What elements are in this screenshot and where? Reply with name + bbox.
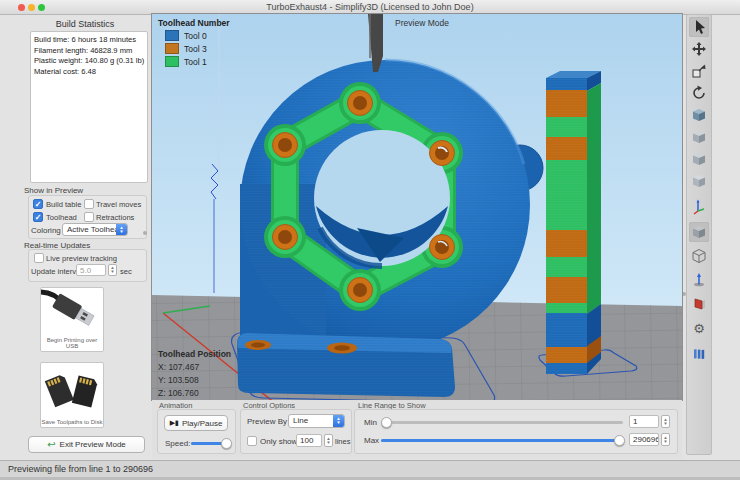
max-input[interactable]: 290696: [629, 433, 659, 446]
toolhead-position-readout: Toolhead Position X: 107.467 Y: 103.508 …: [158, 348, 231, 400]
animation-group: ▶▮ Play/Pause Speed:: [157, 409, 236, 454]
cube-view-icon: [691, 173, 707, 189]
show-in-preview-label: Show in Preview: [24, 186, 83, 195]
min-stepper[interactable]: ▲▼: [661, 415, 670, 428]
move-tool-button[interactable]: [689, 39, 709, 59]
solid-cube-icon: [691, 224, 707, 240]
travel-moves-checkbox[interactable]: ✓: [84, 199, 94, 209]
only-show-label: Only show: [260, 437, 297, 446]
exit-preview-mode-button[interactable]: ↩ Exit Preview Mode: [28, 436, 145, 453]
move-arrows-icon: [691, 41, 707, 57]
window-title: TurboExhaust4 - Simplify3D (Licensed to …: [0, 2, 740, 12]
only-show-checkbox[interactable]: ✓: [247, 436, 257, 446]
legend-item-tool0: Tool 0: [158, 30, 230, 41]
play-pause-label: Play/Pause: [182, 419, 222, 428]
rotate-tool-button[interactable]: [689, 83, 709, 103]
3d-viewport[interactable]: Toolhead Number Tool 0 Tool 3 Tool 1 Pre…: [152, 14, 682, 400]
dropdown-arrows-icon: ▲▼: [333, 415, 344, 427]
preview-by-label: Preview By: [247, 417, 287, 426]
retractions-label: Retractions: [96, 213, 134, 222]
stat-material-cost: Material cost: 6.48: [34, 67, 145, 78]
sd-cards-icon: [41, 363, 103, 415]
stat-build-time: Build time: 6 hours 18 minutes: [34, 35, 145, 46]
speed-slider[interactable]: [191, 437, 230, 449]
wireframe-view-button[interactable]: [689, 246, 709, 266]
toolhead-checkbox[interactable]: ✓: [33, 212, 43, 222]
machine-settings-button[interactable]: ⚙: [689, 319, 709, 339]
axes-icon: [691, 199, 707, 215]
3d-viewport-canvas[interactable]: [152, 14, 682, 400]
update-interval-label: Update interval: [31, 267, 82, 276]
cube-view-icon: [691, 107, 707, 123]
coloring-value: Active Toolhead: [67, 225, 123, 234]
preview-by-value: Line: [293, 416, 308, 425]
preview-control-bar: Animation ▶▮ Play/Pause Speed: Control O…: [152, 400, 682, 458]
preview-by-dropdown[interactable]: Line ▲▼: [288, 414, 345, 428]
build-statistics-box: Build time: 6 hours 18 minutes Filament …: [30, 31, 148, 183]
speed-label: Speed:: [165, 439, 190, 448]
toolhead-label: Toolhead: [46, 213, 77, 222]
max-slider-thumb[interactable]: [614, 435, 625, 446]
toolpath-view-button[interactable]: [689, 343, 709, 363]
min-label: Min: [364, 418, 377, 427]
tool1-label: Tool 1: [184, 57, 207, 67]
status-bar: Previewing file from line 1 to 290696: [0, 460, 740, 478]
wireframe-cube-icon: [691, 248, 707, 264]
standard-view-2-button[interactable]: [689, 127, 709, 147]
play-pause-button[interactable]: ▶▮ Play/Pause: [164, 415, 228, 431]
control-options-group: Preview By Line ▲▼ ✓ Only show 100 ▲▼ li…: [240, 409, 352, 454]
title-bar: TurboExhaust4 - Simplify3D (Licensed to …: [0, 0, 740, 15]
retractions-checkbox[interactable]: ✓: [84, 212, 94, 222]
line-range-group: Min 1 ▲▼ Max 290696 ▲▼: [354, 409, 678, 454]
min-input[interactable]: 1: [629, 415, 659, 428]
scale-tool-button[interactable]: [689, 61, 709, 81]
sd-caption: Save Toolpaths to Disk: [41, 419, 103, 425]
exit-preview-mode-label: Exit Preview Mode: [60, 440, 126, 449]
min-slider-thumb[interactable]: [381, 417, 392, 428]
stat-filament-length: Filament length: 46828.9 mm: [34, 46, 145, 57]
only-show-stepper[interactable]: ▲▼: [324, 434, 333, 447]
preview-mode-label: Preview Mode: [382, 18, 462, 28]
cube-view-icon: [691, 129, 707, 145]
min-slider[interactable]: [381, 416, 623, 428]
standard-view-1-button[interactable]: [689, 105, 709, 125]
status-text: Previewing file from line 1 to 290696: [8, 464, 153, 474]
save-toolpaths-disk-button[interactable]: Save Toolpaths to Disk: [40, 362, 104, 428]
tool3-label: Tool 3: [184, 44, 207, 54]
only-show-input[interactable]: 100: [296, 434, 322, 447]
usb-caption: Begin Printing over USB: [41, 337, 103, 349]
coordinate-axes-button[interactable]: [689, 197, 709, 217]
max-stepper[interactable]: ▲▼: [661, 433, 670, 446]
tool3-swatch: [165, 43, 179, 54]
normal-pin-icon: [691, 272, 707, 288]
surface-normal-button[interactable]: [689, 270, 709, 290]
solid-view-button[interactable]: [689, 222, 709, 242]
left-splitter-handle[interactable]: [143, 231, 147, 235]
lines-label: lines: [335, 437, 350, 446]
build-table-checkbox[interactable]: ✓: [33, 199, 43, 209]
select-tool-button[interactable]: [689, 17, 709, 37]
live-preview-tracking-checkbox[interactable]: ✓: [34, 253, 44, 263]
update-interval-input[interactable]: 5.0: [76, 264, 106, 276]
play-pause-icon: ▶▮: [170, 419, 179, 427]
tool0-swatch: [165, 30, 179, 41]
back-arrow-icon: ↩: [47, 439, 55, 450]
tool0-label: Tool 0: [184, 31, 207, 41]
stat-plastic-weight: Plastic weight: 140.80 g (0.31 lb): [34, 56, 145, 67]
coloring-label: Coloring: [31, 226, 61, 235]
begin-printing-usb-button[interactable]: Begin Printing over USB: [40, 287, 104, 352]
standard-view-3-button[interactable]: [689, 149, 709, 169]
dropdown-arrows-icon: ▲▼: [116, 224, 127, 235]
standard-view-4-button[interactable]: [689, 171, 709, 191]
cross-section-icon: [691, 296, 707, 312]
cube-view-icon: [691, 151, 707, 167]
speed-slider-thumb[interactable]: [221, 438, 232, 449]
cross-section-button[interactable]: [689, 294, 709, 314]
max-slider[interactable]: [381, 434, 623, 446]
toolpath-layers-icon: [691, 345, 707, 361]
coloring-dropdown[interactable]: Active Toolhead ▲▼: [62, 223, 128, 236]
scale-icon: [691, 63, 707, 79]
update-interval-stepper[interactable]: ▲▼: [108, 264, 117, 276]
live-preview-tracking-label: Live preview tracking: [46, 254, 117, 263]
app-window: TurboExhaust4 - Simplify3D (Licensed to …: [0, 0, 740, 480]
